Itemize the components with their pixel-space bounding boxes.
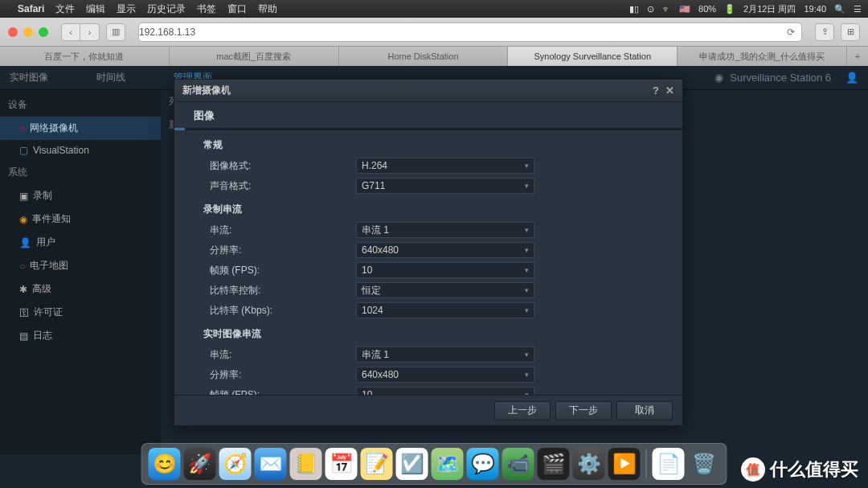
sidebar-item-advanced[interactable]: ✱高级 <box>0 277 161 301</box>
prev-button[interactable]: 上一步 <box>494 401 551 420</box>
menu-window[interactable]: 窗口 <box>227 2 247 16</box>
select-field[interactable]: 10▾ <box>356 262 534 278</box>
form-label: 帧频 (FPS): <box>203 264 356 277</box>
dock-music[interactable]: 🎬 <box>538 448 570 480</box>
select-field[interactable]: 串流 1▾ <box>356 222 534 238</box>
spotlight-icon[interactable]: 🔍 <box>834 4 845 14</box>
browser-tab[interactable]: mac截图_百度搜索 <box>170 47 339 66</box>
new-tab-button[interactable]: + <box>847 47 868 66</box>
select-field[interactable]: 640x480▾ <box>356 242 534 258</box>
chevron-down-icon: ▾ <box>525 371 529 379</box>
form-group-title: 实时图像串流 <box>203 327 666 341</box>
sidebar-item-recording[interactable]: ▣录制 <box>0 184 161 207</box>
browser-tab[interactable]: Home DiskStation <box>339 47 509 66</box>
chevron-down-icon: ▾ <box>525 286 529 294</box>
sidebar: 设备 ○网络摄像机 ▢VisualStation 系统 ▣录制 ◉事件通知 👤用… <box>0 90 161 454</box>
dock-maps[interactable]: 🗺️ <box>432 448 464 480</box>
wizard-progress <box>174 128 682 130</box>
close-window-button[interactable] <box>8 27 18 37</box>
dock-messages[interactable]: 💬 <box>467 448 499 480</box>
dock-trash[interactable]: 🗑️ <box>688 448 720 480</box>
sidebar-toggle-button[interactable]: ▥ <box>106 23 125 41</box>
sidebar-item-users[interactable]: 👤用户 <box>0 231 161 254</box>
tabs-button[interactable]: ⊞ <box>841 23 860 41</box>
select-field[interactable]: G711▾ <box>356 178 534 194</box>
form-label: 图像格式: <box>203 159 356 173</box>
menu-bookmarks[interactable]: 书签 <box>197 2 216 16</box>
dock-pages[interactable]: 📄 <box>653 448 685 480</box>
app-tab-timeline[interactable]: 时间线 <box>96 71 125 84</box>
watermark-badge-icon: 值 <box>741 457 765 482</box>
address-bar[interactable]: 192.168.1.13 ⟳ <box>138 23 802 42</box>
sidebar-item-visualstation[interactable]: ▢VisualStation <box>0 140 161 161</box>
close-icon[interactable]: ✕ <box>665 84 674 96</box>
wifi-icon[interactable]: ᯤ <box>662 4 671 14</box>
select-value: 串流 1 <box>362 348 389 362</box>
browser-tab-active[interactable]: Synology Surveillance Station <box>508 47 678 66</box>
dock-mail[interactable]: ✉️ <box>255 448 287 480</box>
battery-icon[interactable]: ▮▯ <box>629 4 639 14</box>
sidebar-item-notifications[interactable]: ◉事件通知 <box>0 207 161 231</box>
sidebar-item-ipcamera[interactable]: ○网络摄像机 <box>0 117 161 140</box>
select-value: 恒定 <box>362 284 381 297</box>
next-button[interactable]: 下一步 <box>555 401 612 420</box>
dock-notes[interactable]: 📝 <box>361 448 393 480</box>
forward-button[interactable]: › <box>80 23 100 41</box>
menubar-date[interactable]: 2月12日 周四 <box>743 3 796 15</box>
select-value: H.264 <box>362 160 387 171</box>
maximize-window-button[interactable] <box>39 27 48 37</box>
key-icon: ⚿ <box>19 307 29 318</box>
form-row: 声音格式:G711▾ <box>203 177 666 195</box>
reload-icon[interactable]: ⟳ <box>780 27 801 38</box>
form-label: 帧频 (FPS): <box>203 388 356 396</box>
dock-safari[interactable]: 🧭 <box>219 448 252 480</box>
select-value: 640x480 <box>362 244 399 256</box>
dock-finder[interactable]: 😊 <box>149 448 181 480</box>
airdrop-icon[interactable]: ⊙ <box>647 4 654 14</box>
select-field[interactable]: 串流 1▾ <box>356 347 534 363</box>
chevron-down-icon: ▾ <box>525 306 529 314</box>
select-field[interactable]: H.264▾ <box>356 158 534 174</box>
sidebar-item-logs[interactable]: ▤日志 <box>0 324 161 347</box>
menu-history[interactable]: 历史记录 <box>147 2 186 16</box>
menu-edit[interactable]: 编辑 <box>86 2 105 16</box>
share-button[interactable]: ⇪ <box>815 23 834 41</box>
dock-reminders[interactable]: ☑️ <box>396 448 428 480</box>
dock-vlc[interactable]: ▶️ <box>608 448 641 480</box>
map-icon: ○ <box>19 260 25 272</box>
form-row: 比特率 (Kbps):1024▾ <box>203 301 666 319</box>
browser-tab[interactable]: 申请成功_我的众测_什么值得买 <box>678 47 847 66</box>
dock-separator <box>646 449 647 478</box>
dock-contacts[interactable]: 📒 <box>290 448 322 480</box>
select-field[interactable]: 10▾ <box>356 387 534 395</box>
dock-launchpad[interactable]: 🚀 <box>184 448 216 480</box>
dock-facetime[interactable]: 📹 <box>502 448 534 480</box>
chevron-down-icon: ▾ <box>525 182 529 190</box>
bell-icon: ◉ <box>19 214 27 225</box>
minimize-window-button[interactable] <box>23 27 33 37</box>
select-value: 10 <box>362 389 372 395</box>
select-field[interactable]: 640x480▾ <box>356 367 534 383</box>
notification-icon[interactable]: ☰ <box>854 4 862 14</box>
input-flag-icon[interactable]: 🇺🇸 <box>679 4 690 14</box>
back-button[interactable]: ‹ <box>61 23 80 41</box>
dialog-titlebar[interactable]: 新增摄像机 ? ✕ <box>174 80 682 102</box>
cancel-button[interactable]: 取消 <box>616 401 673 420</box>
app-tab-live[interactable]: 实时图像 <box>10 71 48 84</box>
help-icon[interactable]: ? <box>653 84 659 96</box>
menubar-app-name[interactable]: Safari <box>18 3 44 14</box>
form-row: 比特率控制:恒定▾ <box>203 281 666 299</box>
select-field[interactable]: 恒定▾ <box>356 282 534 298</box>
select-field[interactable]: 1024▾ <box>356 302 534 318</box>
user-icon[interactable]: 👤 <box>845 72 858 84</box>
menu-file[interactable]: 文件 <box>55 2 75 16</box>
sidebar-item-license[interactable]: ⚿许可证 <box>0 301 161 324</box>
browser-tab[interactable]: 百度一下，你就知道 <box>0 47 170 66</box>
sidebar-item-emap[interactable]: ○电子地图 <box>0 254 161 277</box>
select-value: 10 <box>362 265 372 276</box>
dock-calendar[interactable]: 📅 <box>326 448 358 480</box>
menubar-time[interactable]: 19:40 <box>804 4 826 14</box>
dock-settings[interactable]: ⚙️ <box>573 448 605 480</box>
menu-view[interactable]: 显示 <box>117 2 136 16</box>
menu-help[interactable]: 帮助 <box>258 2 277 16</box>
